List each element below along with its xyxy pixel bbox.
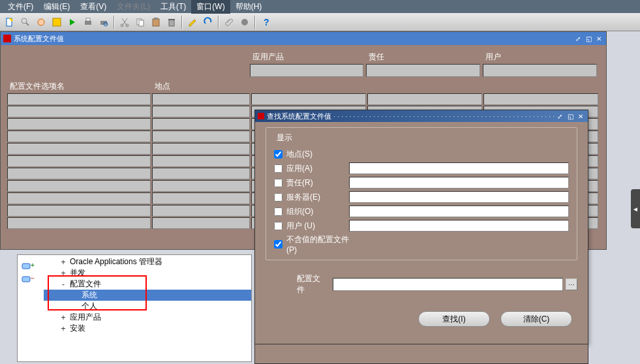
minimize-icon[interactable]: ⤢ <box>573 34 583 43</box>
user-checkbox[interactable] <box>274 222 282 230</box>
tree-expand-icon[interactable]: + <box>59 324 67 333</box>
grid-cell[interactable] <box>152 180 250 192</box>
help-icon[interactable]: ? <box>258 15 273 29</box>
restore-icon[interactable]: ◱ <box>584 34 593 43</box>
grid-cell[interactable] <box>7 205 151 217</box>
tree-item[interactable]: +安装 <box>44 323 251 334</box>
menubar: 文件(F) 编辑(E) 查看(V) 文件夹(L) 工具(T) 窗口(W) 帮助(… <box>0 0 640 13</box>
server-checkbox[interactable] <box>274 193 282 202</box>
tree-item[interactable]: +并发 <box>44 267 251 279</box>
resp-field[interactable] <box>366 64 480 77</box>
grid-cell[interactable] <box>7 192 151 204</box>
svg-rect-13 <box>153 19 159 26</box>
grid-cell[interactable] <box>152 155 250 167</box>
menu-file[interactable]: 文件(F) <box>3 0 38 14</box>
lookup-button[interactable]: ⋯ <box>566 279 577 290</box>
grid-cell[interactable] <box>152 143 250 155</box>
novalue-checkbox[interactable] <box>274 240 282 249</box>
restore-icon[interactable]: ◱ <box>566 112 575 121</box>
org-input[interactable] <box>349 205 569 217</box>
find-button[interactable]: 查找(I) <box>418 311 490 327</box>
tree-expand-icon[interactable]: - <box>59 280 67 289</box>
attach-icon[interactable] <box>222 15 236 29</box>
site-checkbox[interactable] <box>274 150 282 159</box>
grid-cell[interactable] <box>7 143 151 155</box>
grid-cell[interactable] <box>7 118 151 130</box>
app-field[interactable] <box>250 64 364 77</box>
profile-column-label: 配置文件选项名 <box>7 81 152 92</box>
tree-item[interactable]: 系统 <box>44 290 251 301</box>
grid-cell[interactable] <box>152 130 250 142</box>
menu-tools[interactable]: 工具(T) <box>155 0 191 14</box>
toolbar: ? <box>0 13 640 31</box>
grid-cell[interactable] <box>7 106 151 117</box>
cut-icon[interactable] <box>117 15 132 29</box>
paste-icon[interactable] <box>149 15 163 29</box>
print-preview-icon[interactable] <box>97 15 111 29</box>
menu-edit[interactable]: 编辑(E) <box>38 0 75 14</box>
print-icon[interactable] <box>81 15 95 29</box>
org-checkbox[interactable] <box>274 207 282 216</box>
menu-view[interactable]: 查看(V) <box>75 0 112 14</box>
tree-add-icon[interactable]: + <box>20 260 36 271</box>
tools-icon[interactable] <box>237 15 252 29</box>
svg-point-1 <box>22 18 27 23</box>
grid-cell[interactable] <box>483 93 598 105</box>
dialog-row-resp: 责任(R) <box>274 176 569 189</box>
grid-cell[interactable] <box>7 180 151 192</box>
profile-input[interactable] <box>333 278 563 291</box>
clear-button[interactable]: 清除(C) <box>500 311 572 327</box>
resp-input[interactable] <box>349 177 569 189</box>
tree-expand-icon[interactable]: + <box>59 269 67 278</box>
flashlight-icon[interactable] <box>34 15 48 29</box>
side-handle[interactable]: ◄ <box>631 189 640 228</box>
copy-icon[interactable] <box>133 15 147 29</box>
edit-icon[interactable] <box>185 15 200 29</box>
tree-expand-icon[interactable]: + <box>59 313 67 322</box>
menu-help[interactable]: 帮助(H) <box>230 0 267 14</box>
close-icon[interactable]: ✕ <box>576 112 585 121</box>
grid-cell[interactable] <box>152 217 250 229</box>
grid-cell[interactable] <box>7 217 151 229</box>
grid-cell[interactable] <box>7 130 151 142</box>
next-icon[interactable] <box>65 15 80 29</box>
tree-item[interactable]: 个人 <box>44 301 251 312</box>
tree-expand-icon[interactable]: + <box>59 258 67 267</box>
grid-row <box>7 93 600 105</box>
grid-cell[interactable] <box>152 168 250 179</box>
grid-cell[interactable] <box>152 192 250 204</box>
new-doc-icon[interactable] <box>3 15 17 29</box>
grid-cell[interactable] <box>152 205 250 217</box>
grid-cell[interactable] <box>7 155 151 167</box>
grid-cell[interactable] <box>152 118 250 130</box>
user-field[interactable] <box>483 64 597 77</box>
grid-cell[interactable] <box>7 168 151 179</box>
delete-icon[interactable] <box>164 15 179 29</box>
tree-item[interactable]: -配置文件 <box>44 279 251 290</box>
grid-cell[interactable] <box>251 93 366 105</box>
app-checkbox[interactable] <box>274 164 282 173</box>
app-input[interactable] <box>349 162 569 174</box>
tree-item[interactable]: +应用产品 <box>44 312 251 323</box>
dialog-titlebar[interactable]: 查找系统配置文件值 · · · · · · · · · · · · · · · … <box>255 110 588 122</box>
minimize-icon[interactable]: ⤢ <box>555 112 564 121</box>
menu-folder: 文件夹(L) <box>112 0 155 14</box>
oracle-icon <box>3 35 11 42</box>
save-icon[interactable] <box>50 15 64 29</box>
tree-remove-icon[interactable]: − <box>20 273 36 284</box>
close-icon[interactable]: ✕ <box>594 34 603 43</box>
tree-item[interactable]: +Oracle Applications 管理器 <box>44 256 251 267</box>
separator <box>254 16 256 29</box>
undo-icon[interactable] <box>201 15 215 29</box>
server-input[interactable] <box>349 191 569 203</box>
window-titlebar[interactable]: 系统配置文件值 ⤢ ◱ ✕ <box>1 32 606 45</box>
find-icon[interactable] <box>18 15 33 29</box>
user-input[interactable] <box>349 220 569 232</box>
grid-cell[interactable] <box>152 93 250 105</box>
grid-cell[interactable] <box>152 106 250 117</box>
resp-checkbox[interactable] <box>274 179 282 187</box>
menu-window[interactable]: 窗口(W) <box>191 0 230 14</box>
grid-cell[interactable] <box>7 93 151 105</box>
grid-cell[interactable] <box>367 93 482 105</box>
svg-rect-4 <box>53 18 61 26</box>
